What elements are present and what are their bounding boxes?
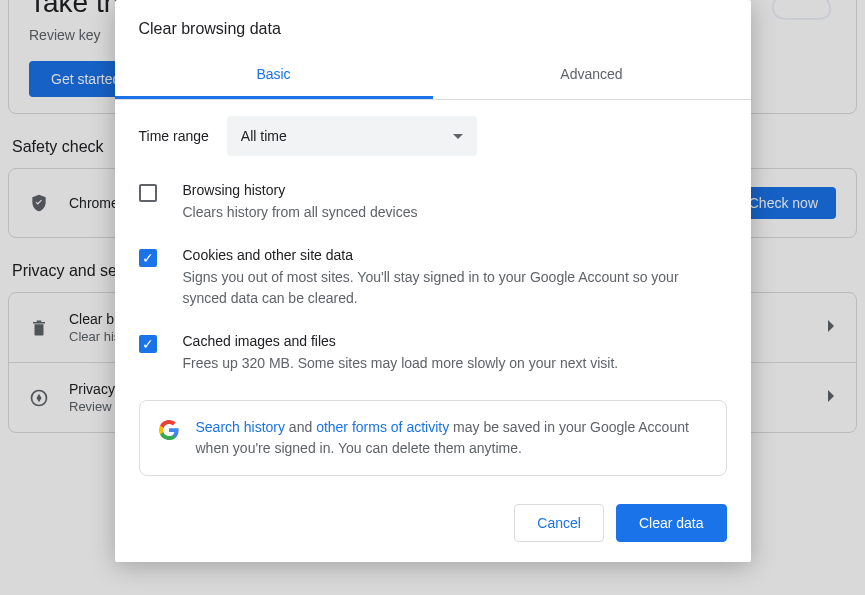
time-range-label: Time range: [139, 128, 209, 144]
google-info-box: Search history and other forms of activi…: [139, 400, 727, 476]
option-desc: Clears history from all synced devices: [183, 202, 727, 223]
checkbox-cached[interactable]: ✓: [139, 335, 157, 353]
search-history-link[interactable]: Search history: [196, 419, 285, 435]
google-logo-icon: [158, 419, 180, 441]
option-title: Cached images and files: [183, 333, 727, 349]
time-range-value: All time: [241, 128, 287, 144]
tab-basic[interactable]: Basic: [115, 52, 433, 99]
option-browsing-history: Browsing history Clears history from all…: [115, 172, 751, 237]
tab-advanced[interactable]: Advanced: [433, 52, 751, 99]
other-activity-link[interactable]: other forms of activity: [316, 419, 449, 435]
dialog-title: Clear browsing data: [115, 0, 751, 52]
checkmark-icon: ✓: [142, 251, 154, 265]
option-cookies: ✓ Cookies and other site data Signs you …: [115, 237, 751, 323]
dialog-actions: Cancel Clear data: [115, 476, 751, 542]
option-title: Cookies and other site data: [183, 247, 727, 263]
checkmark-icon: ✓: [142, 337, 154, 351]
info-text: Search history and other forms of activi…: [196, 417, 708, 459]
option-title: Browsing history: [183, 182, 727, 198]
cancel-button[interactable]: Cancel: [514, 504, 604, 542]
time-range-select[interactable]: All time: [227, 116, 477, 156]
dropdown-arrow-icon: [453, 134, 463, 139]
checkbox-cookies[interactable]: ✓: [139, 249, 157, 267]
time-range-row: Time range All time: [115, 100, 751, 172]
dialog-tabs: Basic Advanced: [115, 52, 751, 100]
option-desc: Frees up 320 MB. Some sites may load mor…: [183, 353, 727, 374]
checkbox-browsing-history[interactable]: [139, 184, 157, 202]
option-desc: Signs you out of most sites. You'll stay…: [183, 267, 727, 309]
clear-browsing-data-dialog: Clear browsing data Basic Advanced Time …: [115, 0, 751, 562]
option-cached: ✓ Cached images and files Frees up 320 M…: [115, 323, 751, 388]
clear-data-button[interactable]: Clear data: [616, 504, 727, 542]
